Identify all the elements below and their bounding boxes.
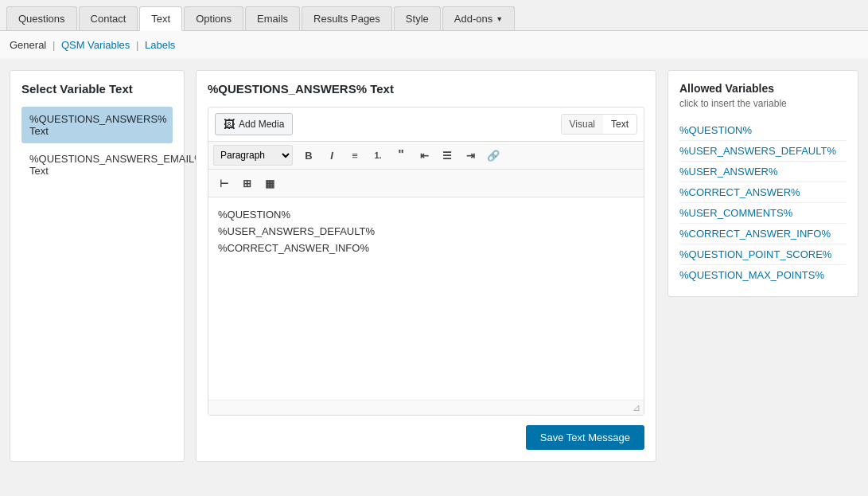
add-media-button[interactable]: 🖼 Add Media bbox=[215, 113, 293, 135]
paragraph-select[interactable]: ParagraphHeading 1Heading 2Heading 3Head… bbox=[213, 145, 293, 166]
allowed-var-correct-answer-info[interactable]: %CORRECT_ANSWER_INFO% bbox=[679, 224, 847, 244]
format-toolbar-row2: ⊢ ⊞ ▦ bbox=[208, 170, 644, 197]
allowed-var-question[interactable]: %QUESTION% bbox=[679, 120, 847, 141]
allowed-var-user-answers-default[interactable]: %USER_ANSWERS_DEFAULT% bbox=[679, 141, 847, 162]
allowed-var-user-comments[interactable]: %USER_COMMENTS% bbox=[679, 203, 847, 224]
tab-questions[interactable]: Questions bbox=[6, 6, 77, 30]
tab-emails[interactable]: Emails bbox=[245, 6, 300, 30]
align-right-icon: ⇥ bbox=[466, 150, 475, 162]
save-text-message-button[interactable]: Save Text Message bbox=[526, 425, 644, 450]
allowed-var-user-answer[interactable]: %USER_ANSWER% bbox=[679, 162, 847, 182]
tab-style[interactable]: Style bbox=[394, 6, 441, 30]
tab-text-editor[interactable]: Text bbox=[603, 115, 636, 134]
visual-text-tabs: Visual Text bbox=[561, 114, 637, 135]
quote-icon: " bbox=[398, 148, 404, 162]
tab-text[interactable]: Text bbox=[139, 6, 182, 31]
resize-icon: ⊿ bbox=[633, 402, 640, 413]
tab-results-pages[interactable]: Results Pages bbox=[302, 6, 392, 30]
add-media-bar: 🖼 Add Media Visual Text bbox=[208, 107, 644, 142]
left-panel: Select Variable Text %QUESTIONS_ANSWERS%… bbox=[10, 70, 185, 462]
top-tab-bar: Questions Contact Text Options Emails Re… bbox=[0, 0, 868, 31]
tab-add-ons[interactable]: Add-ons ▼ bbox=[442, 6, 515, 30]
subnav-sep-1: | bbox=[53, 39, 55, 51]
align-center-icon: ☰ bbox=[442, 150, 452, 162]
align-center-button[interactable]: ☰ bbox=[437, 145, 457, 166]
tab-options[interactable]: Options bbox=[184, 6, 243, 30]
subnav-general[interactable]: General bbox=[10, 39, 46, 51]
editor-wrapper: 🖼 Add Media Visual Text ParagraphHeading… bbox=[208, 107, 644, 416]
bold-button[interactable]: B bbox=[298, 145, 319, 166]
media-icon: 🖼 bbox=[224, 118, 235, 131]
subnav-labels[interactable]: Labels bbox=[145, 39, 175, 51]
table-button[interactable]: ▦ bbox=[259, 173, 280, 193]
link-button[interactable]: 🔗 bbox=[483, 145, 504, 166]
right-panel: Allowed Variables click to insert the va… bbox=[668, 70, 858, 297]
subnav-sep-2: | bbox=[136, 39, 138, 51]
align-right-button[interactable]: ⇥ bbox=[460, 145, 481, 166]
editor-resize-handle[interactable]: ⊿ bbox=[208, 400, 644, 415]
tab-add-ons-label: Add-ons bbox=[454, 13, 492, 25]
ordered-list-button[interactable]: 1. bbox=[368, 145, 388, 166]
tab-contact[interactable]: Contact bbox=[79, 6, 138, 30]
italic-button[interactable]: I bbox=[321, 145, 342, 166]
allowed-var-correct-answer[interactable]: %CORRECT_ANSWER% bbox=[679, 182, 847, 203]
align-left-icon: ⇤ bbox=[420, 150, 429, 162]
main-content: Select Variable Text %QUESTIONS_ANSWERS%… bbox=[0, 59, 868, 473]
indent-button[interactable]: ⊢ bbox=[213, 173, 234, 193]
blockquote-button[interactable]: " bbox=[391, 145, 411, 166]
allowed-var-question-point-score[interactable]: %QUESTION_POINT_SCORE% bbox=[679, 244, 847, 265]
variable-item-questions-answers-email-text[interactable]: %QUESTIONS_ANSWERS_EMAIL% Text bbox=[21, 146, 173, 183]
variable-item-questions-answers-text[interactable]: %QUESTIONS_ANSWERS% Text bbox=[21, 107, 173, 143]
editor-body[interactable]: %QUESTION% %USER_ANSWERS_DEFAULT% %CORRE… bbox=[208, 197, 644, 400]
chevron-down-icon: ▼ bbox=[496, 15, 503, 23]
editor-content: %QUESTION% %USER_ANSWERS_DEFAULT% %CORRE… bbox=[218, 207, 634, 256]
add-media-label: Add Media bbox=[239, 119, 284, 130]
ul-icon: ≡ bbox=[352, 150, 358, 162]
allowed-variables-title: Allowed Variables bbox=[679, 82, 847, 95]
indent-icon: ⊢ bbox=[220, 178, 228, 189]
subnav-qsm-variables[interactable]: QSM Variables bbox=[61, 39, 130, 51]
align-left-button[interactable]: ⇤ bbox=[414, 145, 434, 166]
sub-nav: General | QSM Variables | Labels bbox=[0, 31, 868, 59]
table-icon: ▦ bbox=[265, 178, 274, 189]
fullscreen-button[interactable]: ⊞ bbox=[236, 173, 257, 193]
save-bar: Save Text Message bbox=[208, 425, 644, 450]
allowed-var-question-max-points[interactable]: %QUESTION_MAX_POINTS% bbox=[679, 265, 847, 285]
left-panel-title: Select Variable Text bbox=[21, 82, 173, 96]
allowed-variables-subtitle: click to insert the variable bbox=[679, 98, 847, 109]
center-panel: %QUESTIONS_ANSWERS% Text 🖼 Add Media Vis… bbox=[196, 70, 656, 462]
format-toolbar-row1: ParagraphHeading 1Heading 2Heading 3Head… bbox=[208, 142, 644, 170]
link-icon: 🔗 bbox=[487, 150, 500, 162]
unordered-list-button[interactable]: ≡ bbox=[344, 145, 365, 166]
center-panel-title: %QUESTIONS_ANSWERS% Text bbox=[208, 82, 644, 96]
ol-icon: 1. bbox=[374, 150, 381, 160]
tab-visual[interactable]: Visual bbox=[562, 115, 603, 134]
fullscreen-icon: ⊞ bbox=[243, 178, 251, 189]
